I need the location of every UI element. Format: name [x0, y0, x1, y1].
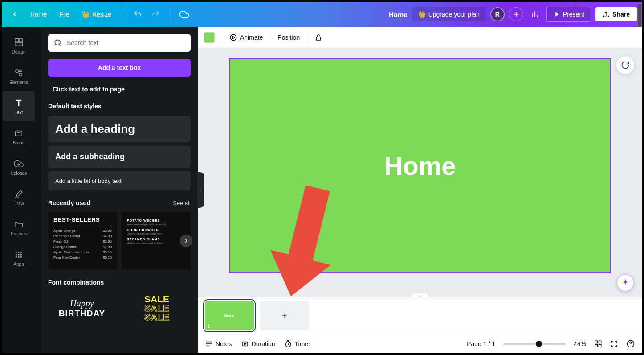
canvas-page[interactable]: Home: [229, 58, 611, 273]
svg-rect-2: [15, 42, 23, 45]
file-menu[interactable]: File: [55, 7, 74, 21]
svg-point-9: [16, 254, 17, 256]
draw-icon: [13, 189, 24, 199]
bottom-bar: Notes Duration Timer Page 1 / 1 44%: [198, 334, 642, 353]
sidebar-item-projects[interactable]: Projects: [3, 212, 35, 243]
add-page-button[interactable]: [260, 301, 309, 330]
present-button[interactable]: Present: [546, 7, 591, 22]
analytics-button[interactable]: [528, 7, 542, 21]
star-icon: [621, 278, 630, 287]
uploads-icon: [13, 158, 24, 169]
panel-scrollbar-track: [36, 27, 41, 353]
add-heading-option[interactable]: Add a heading: [48, 116, 191, 142]
canvas-toolbar: Animate Position: [198, 27, 642, 48]
avatar[interactable]: R: [490, 7, 505, 21]
timer-icon: [284, 340, 292, 348]
add-collaborator-button[interactable]: [509, 7, 523, 21]
help-icon: [626, 339, 635, 348]
add-textbox-button[interactable]: Add a text box: [48, 59, 191, 77]
topbar: Home File 👑 Resize Home 👑 Upgrade your p: [2, 2, 642, 27]
search-icon: [53, 38, 62, 47]
canvas-viewport[interactable]: Home: [198, 48, 642, 297]
expand-thumbnails-handle[interactable]: [411, 293, 429, 297]
svg-point-15: [55, 40, 60, 45]
duration-button[interactable]: Duration: [241, 340, 275, 348]
notes-button[interactable]: Notes: [205, 340, 232, 348]
canvas-text-home[interactable]: Home: [384, 151, 456, 181]
recent-template-best-sellers[interactable]: BEST-SELLERS Apple Orange$3.90 Pineapple…: [48, 212, 117, 270]
sidebar-item-apps[interactable]: Apps: [3, 243, 35, 273]
search-input-wrap[interactable]: [48, 34, 191, 52]
fullscreen-button[interactable]: [610, 340, 618, 348]
cloud-sync-icon[interactable]: [177, 7, 192, 21]
font-combo-happy-birthday[interactable]: Happy BIRTHDAY: [48, 291, 116, 325]
animate-button[interactable]: Animate: [229, 33, 263, 41]
fullscreen-icon: [610, 340, 618, 348]
grid-view-button[interactable]: [594, 340, 602, 348]
search-input[interactable]: [67, 39, 185, 46]
add-body-text-option[interactable]: Add a little bit of body text: [48, 171, 191, 190]
svg-point-6: [16, 251, 17, 253]
undo-button[interactable]: [130, 7, 145, 21]
notes-icon: [205, 340, 213, 348]
lock-icon: [314, 33, 322, 41]
plus-icon: [281, 312, 289, 320]
collapse-panel-button[interactable]: [197, 172, 204, 208]
lock-button[interactable]: [314, 33, 322, 41]
sidebar-item-draw[interactable]: Draw: [3, 182, 35, 212]
see-all-link[interactable]: See all: [173, 200, 191, 206]
recent-next-button[interactable]: [180, 235, 192, 247]
zoom-slider[interactable]: [503, 343, 566, 345]
share-button[interactable]: Share: [595, 7, 637, 21]
zoom-value[interactable]: 44%: [574, 340, 586, 347]
animate-icon: [229, 33, 237, 41]
sidebar-item-uploads[interactable]: Uploads: [3, 152, 35, 182]
svg-rect-17: [317, 37, 321, 40]
add-subheading-option[interactable]: Add a subheading: [48, 146, 191, 168]
page-indicator: Page 1 / 1: [467, 340, 495, 347]
resize-button[interactable]: 👑 Resize: [77, 7, 116, 21]
svg-point-12: [16, 256, 17, 258]
canvas-area: Animate Position Home: [198, 27, 642, 353]
projects-icon: [13, 219, 24, 230]
svg-point-7: [18, 251, 20, 253]
timer-button[interactable]: Timer: [284, 340, 310, 348]
crown-icon: 👑: [82, 11, 90, 18]
hint-text: Click text to add to page: [48, 84, 191, 95]
sparkle-icon: [621, 61, 630, 70]
apps-icon: [13, 249, 24, 260]
icon-sidebar: Design Elements Text Brand Uploads Draw: [2, 27, 36, 353]
help-button[interactable]: [626, 339, 635, 348]
sidebar-item-brand[interactable]: Brand: [3, 121, 35, 152]
svg-rect-4: [19, 73, 22, 75]
magic-button[interactable]: [616, 56, 634, 74]
text-panel: Add a text box Click text to add to page…: [41, 27, 198, 353]
svg-rect-1: [19, 38, 22, 41]
svg-point-3: [16, 69, 19, 72]
upgrade-button[interactable]: 👑 Upgrade your plan: [412, 7, 486, 21]
svg-point-13: [18, 256, 20, 258]
svg-point-10: [18, 254, 20, 256]
svg-point-8: [20, 251, 22, 253]
font-combo-sale[interactable]: SALE SALE SALE: [123, 291, 191, 325]
home-button[interactable]: Home: [26, 7, 51, 21]
page-thumbnail-1[interactable]: Home 1: [205, 301, 254, 330]
position-button[interactable]: Position: [277, 34, 300, 41]
svg-point-14: [20, 256, 22, 258]
svg-rect-0: [15, 38, 18, 41]
svg-rect-5: [16, 131, 22, 136]
sidebar-item-design[interactable]: Design: [3, 30, 35, 61]
duration-icon: [241, 340, 249, 348]
svg-rect-22: [595, 344, 597, 347]
svg-point-16: [230, 34, 236, 41]
ai-assist-button[interactable]: [616, 274, 634, 292]
back-button[interactable]: [7, 8, 22, 21]
svg-rect-23: [599, 344, 601, 347]
background-color-swatch[interactable]: [204, 32, 215, 43]
elements-icon: [13, 67, 24, 78]
thumbnail-strip: Home 1: [198, 297, 642, 334]
project-name[interactable]: Home: [389, 11, 408, 18]
sidebar-item-elements[interactable]: Elements: [3, 61, 35, 91]
sidebar-item-text[interactable]: Text: [3, 91, 35, 121]
redo-button[interactable]: [148, 7, 163, 21]
